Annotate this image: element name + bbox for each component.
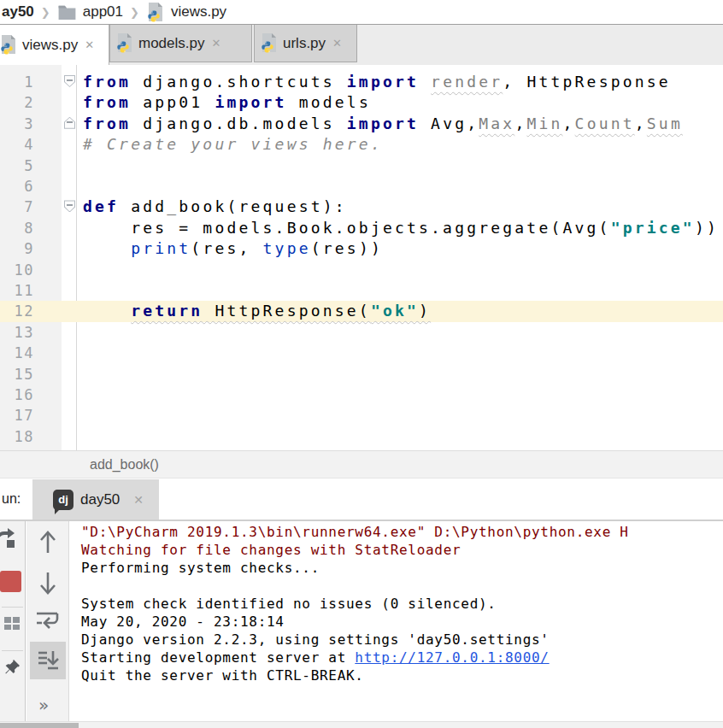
line-number: 5 bbox=[0, 156, 34, 176]
line-number: 3 bbox=[0, 114, 34, 134]
expand-icon[interactable]: » bbox=[38, 695, 47, 715]
console-output[interactable]: "D:\PyCharm 2019.1.3\bin\runnerw64.exe" … bbox=[69, 521, 723, 728]
code-line[interactable]: # Create your views here. bbox=[83, 134, 383, 155]
console-line: Django version 2.2.3, using settings 'da… bbox=[81, 631, 550, 649]
editor-tab-bar: views.py ✕ models.py ✕ urls.py ✕ bbox=[0, 24, 723, 65]
tab-models-py[interactable]: models.py ✕ bbox=[109, 25, 252, 62]
line-number: 1 bbox=[0, 72, 34, 92]
chevron-right-icon: ❯ bbox=[40, 6, 51, 19]
breadcrumb-package[interactable]: app01 bbox=[83, 3, 123, 21]
line-number: 8 bbox=[0, 218, 34, 238]
console-line: Starting development server at http://12… bbox=[81, 649, 550, 666]
python-file-icon bbox=[0, 34, 18, 56]
soft-wrap-icon[interactable] bbox=[35, 609, 59, 631]
layout-icon[interactable] bbox=[3, 614, 21, 631]
tab-label: views.py bbox=[22, 37, 78, 54]
toolbar-divider bbox=[2, 650, 23, 651]
up-arrow-icon[interactable] bbox=[37, 529, 59, 555]
console-line: "D:\PyCharm 2019.1.3\bin\runnerw64.exe" … bbox=[81, 523, 629, 541]
chevron-right-icon: ❯ bbox=[129, 6, 140, 19]
line-number: 15 bbox=[0, 364, 34, 385]
fold-marker-icon[interactable] bbox=[64, 200, 75, 212]
console-line: System check identified no issues (0 sil… bbox=[81, 595, 497, 613]
line-number: 10 bbox=[0, 260, 34, 280]
tab-label: urls.py bbox=[283, 35, 326, 52]
code-line[interactable]: return HttpResponse("ok") bbox=[83, 301, 431, 321]
python-file-icon bbox=[115, 32, 134, 54]
breadcrumb: ay50 ❯ app01 ❯ views.py bbox=[0, 0, 723, 24]
scrollbar-thumb[interactable] bbox=[0, 723, 79, 728]
fold-marker-icon[interactable] bbox=[64, 75, 75, 87]
console-line: Quit the server with CTRL-BREAK. bbox=[81, 666, 364, 684]
python-file-icon bbox=[146, 2, 165, 23]
django-icon: dj bbox=[53, 490, 73, 510]
run-label: un: bbox=[2, 491, 21, 507]
tab-urls-py[interactable]: urls.py ✕ bbox=[254, 25, 357, 62]
console-line: May 20, 2020 - 23:18:14 bbox=[81, 613, 285, 631]
close-icon[interactable]: ✕ bbox=[133, 493, 144, 507]
run-toolbar bbox=[0, 521, 26, 728]
stop-icon[interactable] bbox=[0, 571, 21, 592]
close-icon[interactable]: ✕ bbox=[85, 38, 94, 51]
line-number: 17 bbox=[0, 405, 34, 426]
run-tab-day50[interactable]: dj day50 ✕ bbox=[32, 479, 159, 520]
folder-icon bbox=[57, 4, 77, 20]
line-number: 16 bbox=[0, 385, 34, 405]
code-editor[interactable]: 12345678910111213141516171819 from djang… bbox=[0, 65, 723, 450]
python-file-icon bbox=[260, 32, 279, 54]
line-number: 2 bbox=[0, 92, 34, 113]
scroll-to-end-icon[interactable] bbox=[30, 642, 66, 679]
breadcrumb-file[interactable]: views.py bbox=[171, 3, 226, 21]
line-number: 11 bbox=[0, 280, 34, 301]
server-url-link[interactable]: http://127.0.0.1:8000/ bbox=[355, 649, 549, 666]
line-number: 19 bbox=[0, 447, 34, 450]
pin-icon[interactable] bbox=[2, 657, 22, 678]
line-number: 12 bbox=[0, 301, 34, 321]
horizontal-scrollbar bbox=[0, 721, 723, 728]
code-line[interactable]: def add_book(request): bbox=[83, 197, 347, 217]
code-line[interactable]: res = models.Book.objects.aggregate(Avg(… bbox=[83, 218, 719, 238]
line-number: 4 bbox=[0, 134, 34, 155]
run-tab-label: day50 bbox=[80, 491, 120, 508]
close-icon[interactable]: ✕ bbox=[332, 37, 342, 50]
breadcrumb-project[interactable]: ay50 bbox=[2, 3, 34, 21]
code-line[interactable]: from django.db.models import Avg,Max,Min… bbox=[83, 114, 683, 134]
editor-context-bar: add_book() bbox=[0, 450, 723, 478]
tab-views-py[interactable]: views.py ✕ bbox=[0, 25, 109, 65]
line-number: 13 bbox=[0, 322, 34, 343]
line-number: 7 bbox=[0, 197, 34, 217]
close-icon[interactable]: ✕ bbox=[211, 37, 220, 50]
console-line: Performing system checks... bbox=[81, 559, 320, 577]
line-number: 6 bbox=[0, 176, 34, 197]
code-line[interactable]: print(res, type(res)) bbox=[83, 238, 383, 259]
line-number: 14 bbox=[0, 343, 34, 363]
tab-label: models.py bbox=[138, 35, 204, 52]
console-toolbar: » bbox=[26, 521, 69, 728]
down-arrow-icon[interactable] bbox=[37, 571, 59, 596]
pycharm-window: ay50 ❯ app01 ❯ views.py views.py ✕ model… bbox=[0, 0, 723, 728]
gutter-separator bbox=[76, 65, 77, 450]
code-line[interactable]: from django.shortcuts import render, Htt… bbox=[83, 72, 671, 92]
console-line: Watching for file changes with StatReloa… bbox=[81, 541, 461, 559]
toolbar-divider bbox=[2, 607, 23, 608]
context-function[interactable]: add_book() bbox=[90, 457, 159, 473]
rerun-icon[interactable] bbox=[0, 526, 17, 550]
line-number: 9 bbox=[0, 238, 34, 259]
run-toolwindow-header: un: dj day50 ✕ bbox=[0, 478, 723, 520]
code-line[interactable]: from app01 import models bbox=[83, 92, 371, 113]
line-number: 18 bbox=[0, 426, 34, 447]
run-console: » "D:\PyCharm 2019.1.3\bin\runnerw64.exe… bbox=[0, 520, 723, 728]
fold-marker-icon[interactable] bbox=[64, 117, 75, 129]
